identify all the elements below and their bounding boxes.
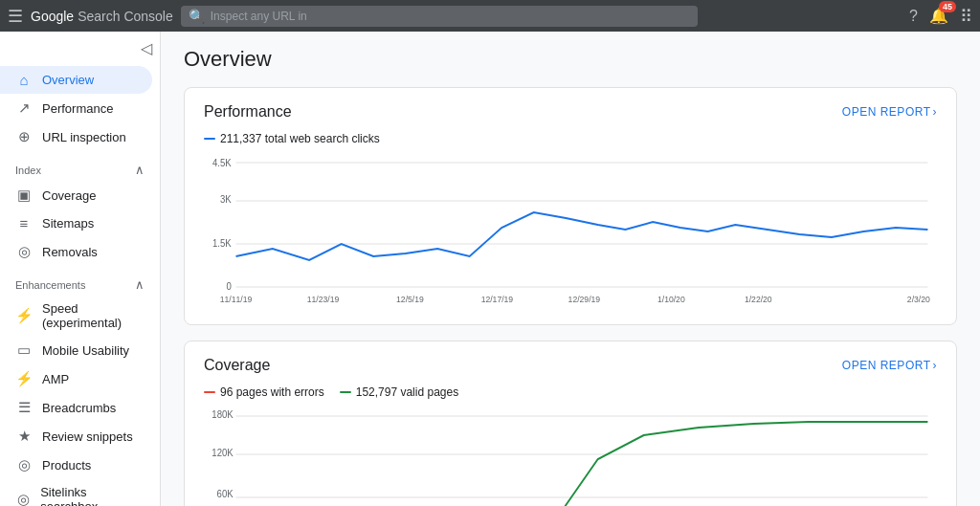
svg-text:0: 0	[226, 281, 232, 292]
performance-card-header: Performance OPEN REPORT ›	[204, 103, 937, 121]
svg-text:3K: 3K	[220, 194, 232, 205]
mobile-icon: ▭	[15, 341, 33, 359]
review-icon: ★	[15, 428, 33, 445]
svg-text:12/17/19: 12/17/19	[481, 295, 514, 304]
main-content: Overview Performance OPEN REPORT › 211,3…	[161, 32, 980, 506]
sidebar-item-coverage[interactable]: ▣ Coverage	[0, 181, 152, 209]
coverage-card-header: Coverage OPEN REPORT ›	[204, 357, 937, 374]
logo: Google Search Console	[31, 9, 173, 24]
sitemaps-icon: ≡	[15, 215, 33, 231]
sidebar-item-label: Breadcrumbs	[42, 401, 116, 415]
sidebar-item-sitelinks[interactable]: ◎ Sitelinks searchbox	[0, 479, 152, 506]
performance-legend-label: 211,337 total web search clicks	[220, 132, 380, 145]
performance-legend-dot	[204, 138, 215, 140]
url-inspection-icon: ⊕	[15, 128, 33, 145]
google-logo-text: Google	[31, 9, 74, 24]
sidebar-item-label: Mobile Usability	[42, 343, 129, 358]
products-icon: ◎	[15, 456, 33, 473]
sidebar-section-enhancements: Enhancements ∧	[0, 266, 160, 296]
performance-open-report[interactable]: OPEN REPORT ›	[842, 105, 937, 119]
apps-icon[interactable]: ⠿	[960, 6, 972, 27]
sidebar-item-label: Removals	[42, 245, 98, 259]
sidebar-item-label: Products	[42, 458, 91, 473]
coverage-legend: 96 pages with errors 152,797 valid pages	[204, 385, 937, 399]
svg-text:12/5/19: 12/5/19	[396, 295, 424, 304]
chevron-right-icon: ›	[933, 359, 938, 372]
performance-card-title: Performance	[204, 103, 292, 121]
sidebar-item-label: Performance	[42, 101, 113, 116]
notification-badge: 45	[939, 1, 956, 12]
chevron-right-icon: ›	[933, 105, 938, 119]
url-search-input[interactable]	[211, 10, 690, 23]
svg-text:11/23/19: 11/23/19	[307, 295, 340, 304]
sidebar-item-performance[interactable]: ↗ Performance	[0, 94, 152, 122]
sidebar-item-label: AMP	[42, 372, 69, 386]
sidebar-item-label: Review snippets	[42, 429, 133, 444]
sitelinks-icon: ◎	[15, 491, 31, 506]
search-icon: 🔍	[189, 9, 205, 24]
topbar: ☰ Google Search Console 🔍 ? 🔔 45 ⠿	[0, 0, 980, 32]
coverage-chart: 180K 120K 60K 0 11/14/19	[204, 407, 937, 506]
sidebar-item-sitemaps[interactable]: ≡ Sitemaps	[0, 209, 152, 237]
svg-text:12/29/19: 12/29/19	[568, 295, 601, 304]
sidebar-item-label: Overview	[42, 73, 94, 87]
sidebar-item-review-snippets[interactable]: ★ Review snippets	[0, 422, 152, 451]
removals-icon: ◎	[15, 243, 33, 260]
svg-text:4.5K: 4.5K	[212, 158, 232, 168]
enhancements-section-label: Enhancements	[15, 279, 85, 291]
coverage-legend-errors: 96 pages with errors	[204, 385, 324, 399]
layout: ◁ ⌂ Overview ↗ Performance ⊕ URL inspect…	[0, 32, 980, 506]
sidebar-item-label: Sitelinks searchbox	[40, 485, 137, 506]
topbar-actions: ? 🔔 45 ⠿	[909, 6, 972, 27]
sidebar-item-breadcrumbs[interactable]: ☰ Breadcrumbs	[0, 393, 152, 422]
sidebar-item-label: Sitemaps	[42, 216, 94, 231]
sidebar-item-label: Speed (experimental)	[42, 301, 137, 330]
index-section-label: Index	[15, 165, 41, 176]
sidebar-item-overview[interactable]: ⌂ Overview	[0, 66, 152, 94]
svg-text:1/22/20: 1/22/20	[745, 295, 772, 304]
home-icon: ⌂	[15, 72, 33, 88]
performance-legend-clicks: 211,337 total web search clicks	[204, 132, 380, 145]
valid-legend-dot	[340, 391, 351, 393]
svg-text:1/10/20: 1/10/20	[657, 295, 685, 304]
performance-chart: 4.5K 3K 1.5K 0 11/11/19 11/23/19 12/5/19…	[204, 153, 937, 309]
notification-icon[interactable]: 🔔 45	[929, 7, 948, 25]
sidebar-item-mobile[interactable]: ▭ Mobile Usability	[0, 336, 152, 364]
speed-icon: ⚡	[15, 307, 33, 324]
sidebar-collapse-button[interactable]: ◁	[141, 39, 152, 57]
coverage-open-report[interactable]: OPEN REPORT ›	[842, 359, 937, 372]
coverage-card-title: Coverage	[204, 357, 270, 374]
svg-text:120K: 120K	[212, 448, 234, 458]
performance-icon: ↗	[15, 99, 33, 117]
console-logo-text: Search Console	[78, 9, 173, 24]
svg-text:11/11/19: 11/11/19	[220, 295, 253, 304]
menu-icon[interactable]: ☰	[8, 6, 23, 27]
coverage-errors-label: 96 pages with errors	[220, 385, 324, 399]
svg-text:1.5K: 1.5K	[212, 238, 232, 249]
performance-card: Performance OPEN REPORT › 211,337 total …	[184, 87, 957, 325]
sidebar-item-label: URL inspection	[42, 130, 126, 144]
help-icon[interactable]: ?	[909, 8, 918, 25]
url-search-bar[interactable]: 🔍	[181, 6, 698, 27]
coverage-valid-label: 152,797 valid pages	[356, 385, 458, 399]
sidebar: ◁ ⌂ Overview ↗ Performance ⊕ URL inspect…	[0, 32, 161, 506]
svg-text:2/3/20: 2/3/20	[907, 295, 930, 304]
sidebar-item-amp[interactable]: ⚡ AMP	[0, 364, 152, 393]
coverage-legend-valid: 152,797 valid pages	[340, 385, 458, 399]
breadcrumbs-icon: ☰	[15, 399, 33, 416]
sidebar-item-url-inspection[interactable]: ⊕ URL inspection	[0, 122, 152, 151]
coverage-icon: ▣	[15, 187, 33, 204]
errors-legend-dot	[204, 391, 215, 393]
sidebar-section-index: Index ∧	[0, 151, 160, 181]
amp-icon: ⚡	[15, 370, 33, 387]
sidebar-item-products[interactable]: ◎ Products	[0, 451, 152, 479]
enhancements-section-chevron[interactable]: ∧	[135, 277, 145, 292]
sidebar-item-speed[interactable]: ⚡ Speed (experimental)	[0, 296, 152, 336]
sidebar-item-removals[interactable]: ◎ Removals	[0, 237, 152, 266]
performance-legend: 211,337 total web search clicks	[204, 132, 937, 145]
svg-text:180K: 180K	[212, 409, 234, 420]
page-title: Overview	[184, 47, 957, 72]
index-section-chevron[interactable]: ∧	[135, 163, 145, 177]
sidebar-item-label: Coverage	[42, 188, 96, 203]
coverage-card: Coverage OPEN REPORT › 96 pages with err…	[184, 341, 957, 506]
